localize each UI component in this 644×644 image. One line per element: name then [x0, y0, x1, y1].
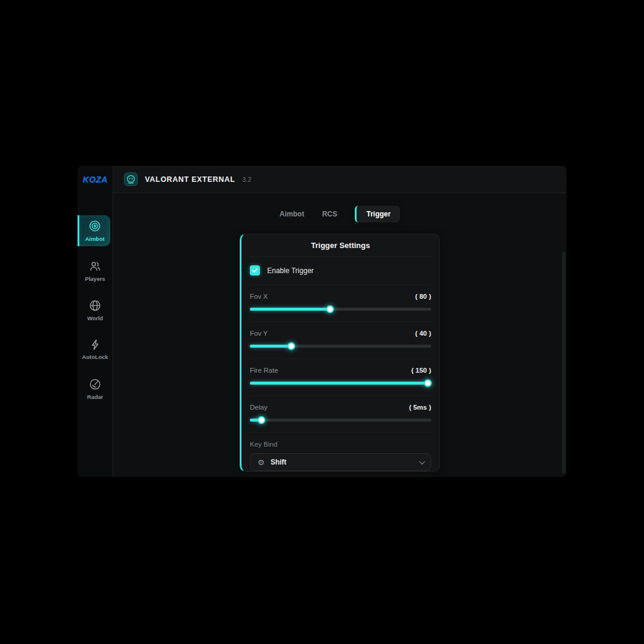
key-bind-select[interactable]: ⚙ Shift [250, 453, 431, 471]
key-bind-group: Key Bind ⚙ Shift [249, 433, 432, 471]
fire-rate-group: Fire Rate ( 150 ) [249, 359, 432, 396]
content-area: Aimbot RCS Trigger Trigger Settings Enab… [113, 193, 566, 477]
brand-logo: KOZA [78, 166, 113, 193]
tab-aimbot[interactable]: Aimbot [280, 210, 304, 218]
sidebar-item-label: Players [85, 275, 106, 282]
sidebar-item-label: Radar [87, 394, 103, 400]
vertical-scrollbar[interactable] [562, 252, 565, 473]
sidebar-item-aimbot[interactable]: Aimbot [78, 215, 110, 246]
gear-icon: ⚙ [258, 459, 265, 466]
fire-rate-label: Fire Rate [250, 367, 278, 374]
key-bind-label: Key Bind [250, 441, 431, 448]
sidebar-item-label: Aimbot [85, 236, 105, 242]
delay-group: Delay ( 5ms ) [249, 396, 432, 433]
sidebar-item-players[interactable]: Players [78, 256, 113, 286]
enable-trigger-label: Enable Trigger [267, 267, 314, 275]
fov-y-label: Fov Y [250, 330, 268, 337]
app-window: KOZA Aimbot Players [78, 166, 566, 477]
slider-thumb[interactable] [258, 416, 265, 424]
tab-rcs[interactable]: RCS [322, 210, 337, 218]
delay-slider[interactable] [250, 416, 431, 424]
enable-trigger-row: Enable Trigger [249, 257, 432, 285]
app-title: VALORANT EXTERNAL [145, 175, 235, 184]
sidebar-item-label: AutoLock [82, 354, 109, 360]
delay-label: Delay [250, 404, 267, 411]
sidebar-item-autolock[interactable]: AutoLock [78, 335, 113, 364]
fire-rate-slider[interactable] [250, 379, 431, 387]
trigger-settings-panel: Trigger Settings Enable Trigger Fov X ( … [240, 234, 440, 472]
sidebar-item-world[interactable]: World [78, 295, 113, 325]
skull-icon [124, 172, 138, 186]
app-version: 3.2 [242, 176, 251, 183]
fov-y-group: Fov Y ( 40 ) [249, 322, 432, 359]
sidebar: KOZA Aimbot Players [78, 166, 113, 477]
globe-icon [89, 299, 101, 312]
chevron-down-icon [419, 459, 425, 465]
slider-thumb[interactable] [326, 305, 334, 313]
main-area: VALORANT EXTERNAL 3.2 Aimbot RCS Trigger… [113, 166, 566, 477]
target-icon [88, 219, 101, 233]
fov-x-group: Fov X ( 80 ) [249, 285, 432, 322]
sidebar-nav: Aimbot Players [78, 215, 113, 413]
fov-y-value: ( 40 ) [415, 330, 431, 337]
fire-rate-value: ( 150 ) [411, 367, 431, 374]
title-bar: VALORANT EXTERNAL 3.2 [113, 166, 566, 193]
sidebar-item-label: World [87, 315, 103, 321]
tab-bar: Aimbot RCS Trigger [280, 206, 400, 222]
sidebar-item-radar[interactable]: Radar [78, 374, 113, 404]
lightning-icon [89, 339, 101, 351]
radar-icon [89, 378, 101, 391]
fov-x-label: Fov X [250, 293, 268, 300]
delay-value: ( 5ms ) [409, 404, 431, 411]
fov-x-value: ( 80 ) [415, 293, 431, 300]
slider-thumb[interactable] [424, 379, 432, 387]
fov-y-slider[interactable] [250, 342, 431, 350]
panel-title: Trigger Settings [249, 241, 432, 257]
key-bind-value: Shift [271, 458, 287, 466]
users-icon [89, 260, 101, 273]
enable-trigger-checkbox[interactable] [250, 265, 260, 275]
slider-thumb[interactable] [287, 342, 295, 350]
tab-trigger[interactable]: Trigger [355, 206, 400, 222]
fov-x-slider[interactable] [250, 305, 431, 313]
